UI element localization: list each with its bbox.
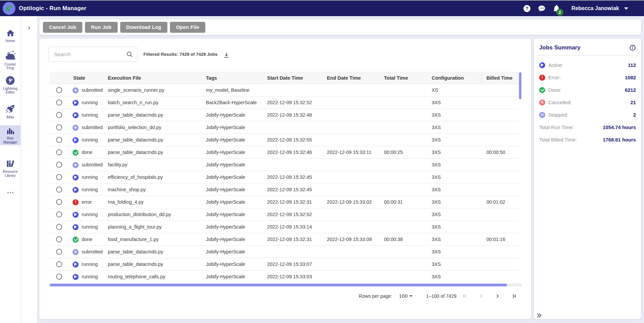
sidebar-item-cosmic-frog[interactable]: Cosmic Frog — [0, 50, 20, 70]
help-icon[interactable]: ? — [523, 4, 531, 13]
first-page-icon[interactable] — [462, 292, 469, 300]
table-row[interactable]: running parse_table_datacmds.py Jobify-H… — [50, 258, 519, 271]
table-row[interactable]: submitted facility.py Jobify-HyperScale … — [50, 159, 519, 171]
download-log-button[interactable]: Download Log — [120, 22, 167, 33]
row-radio[interactable] — [56, 124, 62, 130]
row-radio[interactable] — [56, 261, 62, 267]
state-icon — [73, 100, 79, 106]
row-radio[interactable] — [56, 149, 62, 155]
row-radio[interactable] — [56, 249, 62, 255]
open-file-button[interactable]: Open File — [170, 22, 205, 33]
column-header-state[interactable]: State — [73, 72, 85, 84]
vertical-scrollbar-thumb[interactable] — [519, 72, 521, 99]
table-row[interactable]: running efficiency_of_hospitals.py Jobif… — [50, 171, 519, 184]
resource-library-icon — [5, 159, 15, 169]
row-radio[interactable] — [56, 87, 62, 93]
cell-configuration: 3XS — [432, 184, 441, 196]
table-row[interactable]: running parse_table_datacmds.py Jobify-H… — [50, 134, 519, 146]
row-radio[interactable] — [56, 199, 62, 205]
row-radio[interactable] — [56, 224, 62, 230]
jobs-summary-header: Jobs Summary — [534, 39, 641, 51]
sidebar-item-atlas[interactable]: Atlas — [0, 104, 20, 119]
table-row[interactable]: running machine_shop.py Jobify-HyperScal… — [50, 184, 519, 196]
table-row[interactable]: error rna_folding_4.py Jobify-HyperScale… — [50, 196, 519, 208]
row-radio[interactable] — [56, 99, 62, 106]
app-sidebar: Home Cosmic Frog Lightning Editor Atlas … — [0, 16, 21, 323]
sidebar-item-lightning-editor[interactable]: Lightning Editor — [0, 75, 20, 94]
expand-panel-button[interactable] — [25, 24, 33, 32]
filtered-results-label: Filtered Results: 7429 of 7429 Jobs — [143, 47, 217, 62]
column-header-start-date-time[interactable]: Start Date Time — [267, 72, 303, 84]
chat-icon[interactable] — [538, 4, 546, 13]
cell-state: running — [82, 171, 98, 183]
row-radio[interactable] — [56, 162, 62, 168]
summary-stat-error: Error: 1082 — [539, 71, 636, 84]
cell-state: submitted — [82, 159, 102, 171]
search-icon[interactable] — [126, 51, 133, 58]
download-results-icon[interactable] — [222, 51, 230, 59]
cell-start-date-time: 2022-12-09 15:32:45 — [267, 184, 312, 196]
user-menu[interactable]: Rebecca Janowiak — [571, 5, 619, 11]
sidebar-item-run-manager[interactable]: Run Manager — [0, 125, 20, 145]
cell-start-date-time: 2022-12-09 15:32:46 — [267, 146, 312, 158]
cell-start-date-time: 2022-12-09 15:33:14 — [267, 221, 312, 233]
sidebar-more-button[interactable] — [0, 189, 20, 197]
notifications-button[interactable]: 2 — [552, 4, 561, 13]
rows-per-page-value[interactable]: 100 — [399, 293, 407, 299]
row-radio[interactable] — [56, 137, 62, 143]
column-header-end-date-time[interactable]: End Date Time — [327, 72, 361, 84]
cell-configuration: 3XS — [432, 246, 441, 258]
cell-billed-time: 00:00:50 — [486, 146, 505, 158]
table-row[interactable]: running routing_telephone_calls.py Jobif… — [50, 271, 519, 283]
horizontal-scrollbar[interactable] — [50, 284, 522, 286]
row-radio[interactable] — [56, 187, 62, 193]
column-header-execution-file[interactable]: Execution File — [108, 72, 141, 84]
cell-tags: my_model, Baseline — [206, 84, 250, 96]
row-radio[interactable] — [56, 274, 62, 280]
cancel-job-button[interactable]: Cancel Job — [43, 22, 82, 33]
table-row[interactable]: submitted portfolio_selection_dd.py Jobi… — [50, 121, 519, 134]
info-icon[interactable] — [629, 44, 636, 51]
search-input[interactable] — [54, 51, 126, 57]
optilogic-logo-icon — [3, 2, 15, 15]
summary-stat-active: Active: 112 — [539, 59, 636, 71]
cell-state: running — [82, 96, 98, 109]
more-options-icon — [6, 189, 14, 197]
column-header-total-time[interactable]: Total Time — [384, 72, 408, 84]
sidebar-item-home[interactable]: Home — [0, 29, 20, 43]
row-radio[interactable] — [56, 112, 62, 118]
sidebar-item-resource-library[interactable]: Resource Library — [0, 159, 20, 177]
run-job-button[interactable]: Run Job — [85, 22, 118, 33]
table-row[interactable]: done food_manufacture_1.py Jobify-HyperS… — [50, 233, 519, 246]
cell-execution-file: food_manufacture_1.py — [108, 233, 159, 245]
cell-state: running — [82, 258, 98, 270]
last-page-icon[interactable] — [510, 292, 517, 300]
table-row[interactable]: done parse_table_datacmds.py Jobify-Hype… — [50, 146, 519, 159]
table-row[interactable]: running planning_a_flight_tour.py Jobify… — [50, 221, 519, 233]
prev-page-icon[interactable] — [478, 292, 485, 300]
row-radio[interactable] — [56, 236, 62, 242]
rows-per-page-caret-icon[interactable] — [409, 295, 413, 297]
column-header-configuration[interactable]: Configuration — [432, 72, 464, 84]
column-header-tags[interactable]: Tags — [206, 72, 217, 84]
cell-configuration: 3XS — [432, 196, 441, 208]
table-row[interactable]: running production_distribution_dd.py Jo… — [50, 208, 519, 221]
user-caret-icon[interactable] — [624, 7, 628, 10]
collapse-panel-button[interactable] — [534, 311, 543, 320]
cell-execution-file: parse_table_datacmds.py — [108, 134, 163, 146]
cell-billed-time: 00:01:16 — [486, 233, 505, 245]
table-row[interactable]: submitted parse_table_datacmds.py Jobify… — [50, 246, 519, 258]
horizontal-scrollbar-thumb[interactable] — [50, 284, 507, 286]
state-icon — [73, 150, 79, 156]
row-radio[interactable] — [56, 174, 62, 180]
cell-execution-file: batch_search_n_run.py — [108, 96, 158, 109]
cell-start-date-time: 2022-12-09 15:32:48 — [267, 109, 312, 121]
table-row[interactable]: running parse_table_datacmds.py Jobify-H… — [50, 109, 519, 121]
table-row[interactable]: submitted single_scenario_runner.py my_m… — [50, 84, 519, 96]
column-header-billed-time[interactable]: Billed Time — [486, 72, 513, 84]
next-page-icon[interactable] — [494, 292, 501, 300]
table-row[interactable]: running batch_search_n_run.py Back2Back-… — [50, 96, 519, 109]
row-radio[interactable] — [56, 211, 62, 217]
state-icon — [73, 112, 79, 118]
cell-execution-file: rna_folding_4.py — [108, 196, 143, 208]
